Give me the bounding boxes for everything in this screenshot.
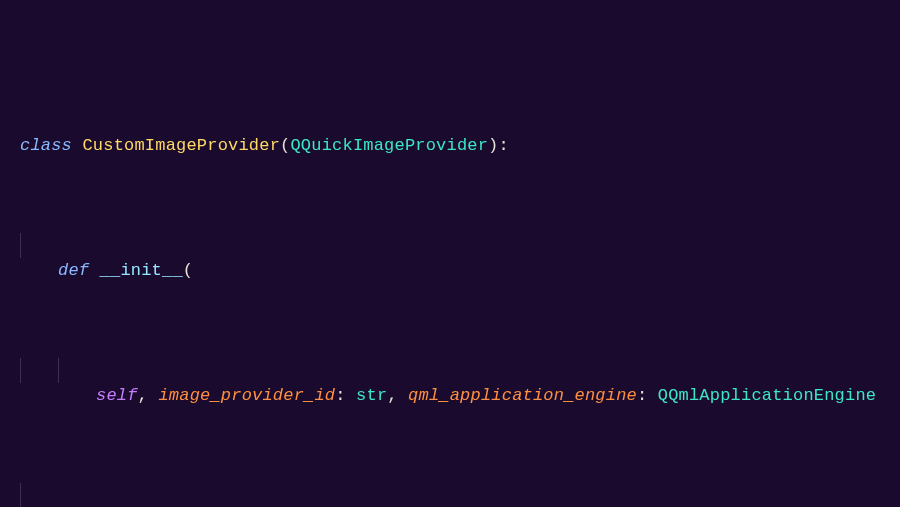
code-line: class CustomImageProvider(QQuickImagePro… <box>20 108 900 133</box>
type-str: str <box>356 386 387 405</box>
comma: , <box>138 386 159 405</box>
function-name: __init__ <box>100 261 183 280</box>
colon: : <box>637 386 658 405</box>
code-editor[interactable]: class CustomImageProvider(QQuickImagePro… <box>0 0 900 507</box>
colon: : <box>335 386 356 405</box>
type-qqmlapplicationengine: QQmlApplicationEngine <box>658 386 876 405</box>
paren-close-colon: ): <box>488 136 509 155</box>
code-line: ): <box>20 483 900 507</box>
base-class: QQuickImageProvider <box>290 136 488 155</box>
class-name: CustomImageProvider <box>82 136 280 155</box>
paren-open: ( <box>183 261 193 280</box>
paren-open: ( <box>280 136 290 155</box>
keyword-class: class <box>20 136 82 155</box>
param-self: self <box>96 386 138 405</box>
param-qml-app-engine: qml_application_engine <box>408 386 637 405</box>
code-line: def __init__( <box>20 233 900 258</box>
keyword-def: def <box>58 261 100 280</box>
param-image-provider-id: image_provider_id <box>158 386 335 405</box>
code-line: self, image_provider_id: str, qml_applic… <box>20 358 900 383</box>
comma: , <box>387 386 408 405</box>
